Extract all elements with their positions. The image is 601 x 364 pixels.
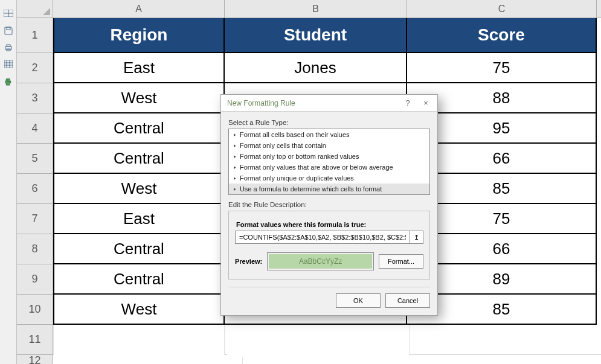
empty-cell[interactable]	[227, 325, 410, 355]
save-icon[interactable]	[4, 27, 13, 35]
row-headers: 1 2 3 4 5 6 7 8 9 10 11 12	[17, 18, 53, 364]
cancel-button[interactable]: Cancel	[385, 293, 430, 308]
formula-input[interactable]	[236, 231, 410, 243]
empty-cell[interactable]	[53, 357, 243, 364]
format-button[interactable]: Format...	[379, 254, 423, 269]
cell-region[interactable]: West	[53, 83, 225, 113]
cell-region[interactable]: Central	[53, 264, 225, 295]
column-header-b[interactable]: B	[225, 0, 407, 18]
row-header-7[interactable]: 7	[17, 204, 53, 234]
dialog-footer: OK Cancel	[228, 287, 430, 309]
select-rule-type-label: Select a Rule Type:	[228, 119, 430, 126]
rule-type-item-selected[interactable]: Use a formula to determine which cells t…	[229, 184, 429, 194]
column-header-a[interactable]: A	[53, 0, 225, 18]
table-row-empty	[53, 325, 601, 355]
cell-score[interactable]: 75	[407, 53, 597, 83]
header-student[interactable]: Student	[225, 18, 407, 53]
column-headers: A B C	[53, 0, 601, 18]
cell-region[interactable]: East	[53, 53, 225, 83]
dialog-body: Select a Rule Type: Format all cells bas…	[221, 112, 437, 315]
row-header-3[interactable]: 3	[17, 83, 53, 113]
row-header-6[interactable]: 6	[17, 174, 53, 204]
svg-rect-3	[7, 27, 10, 30]
table-header-row: Region Student Score	[53, 18, 601, 53]
dialog-titlebar[interactable]: New Formatting Rule ? ×	[221, 95, 437, 112]
print-icon[interactable]	[4, 43, 13, 52]
help-button[interactable]: ?	[399, 97, 417, 110]
rule-type-item[interactable]: Format only values that are above or bel…	[229, 162, 429, 173]
svg-rect-5	[7, 45, 10, 46]
edit-rule-description-label: Edit the Rule Description:	[228, 201, 430, 208]
row-header-1[interactable]: 1	[17, 18, 53, 53]
preview-sample: AaBbCcYyZz	[267, 252, 374, 270]
left-toolbar: ꙮ	[0, 0, 17, 364]
row-header-5[interactable]: 5	[17, 144, 53, 174]
row-header-10[interactable]: 10	[17, 295, 53, 325]
rule-type-list[interactable]: Format all cells based on their values F…	[228, 129, 430, 195]
rule-type-item[interactable]: Format only top or bottom ranked values	[229, 151, 429, 162]
select-all-corner[interactable]	[17, 0, 53, 18]
rule-type-item[interactable]: Format only unique or duplicate values	[229, 173, 429, 184]
cell-region[interactable]: Central	[53, 234, 225, 264]
cell-region[interactable]: Central	[53, 113, 225, 144]
row-header-11[interactable]: 11	[17, 325, 53, 355]
cell-region[interactable]: West	[53, 174, 225, 204]
row-header-2[interactable]: 2	[17, 53, 53, 83]
doc-grid-icon[interactable]	[4, 10, 13, 18]
binoculars-icon[interactable]: ꙮ	[4, 77, 13, 86]
ok-button[interactable]: OK	[336, 293, 381, 308]
cell-student[interactable]: Jones	[225, 53, 407, 83]
empty-cell[interactable]	[53, 325, 225, 355]
range-picker-icon[interactable]: ↥	[410, 231, 423, 243]
column-header-c[interactable]: C	[407, 0, 597, 18]
rule-type-item[interactable]: Format all cells based on their values	[229, 129, 429, 140]
dialog-title: New Formatting Rule	[227, 99, 399, 107]
row-header-9[interactable]: 9	[17, 264, 53, 295]
preview-label: Preview:	[235, 258, 262, 265]
cell-region[interactable]: West	[53, 295, 225, 325]
header-score[interactable]: Score	[407, 18, 597, 53]
cell-region[interactable]: Central	[53, 144, 225, 174]
header-region[interactable]: Region	[53, 18, 225, 53]
row-header-8[interactable]: 8	[17, 234, 53, 264]
new-formatting-rule-dialog: New Formatting Rule ? × Select a Rule Ty…	[220, 94, 438, 316]
grid-icon[interactable]	[4, 60, 13, 69]
formula-input-wrap: ↥	[235, 231, 423, 244]
rule-type-item[interactable]: Format only cells that contain	[229, 140, 429, 151]
svg-rect-7	[4, 60, 13, 68]
close-button[interactable]: ×	[417, 97, 435, 110]
cell-region[interactable]: East	[53, 204, 225, 234]
row-header-4[interactable]: 4	[17, 113, 53, 144]
column-header-blank[interactable]	[597, 0, 601, 18]
table-row: East Jones 75	[53, 53, 601, 83]
row-header-12[interactable]: 12	[17, 355, 53, 364]
formula-label: Format values where this formula is true…	[236, 221, 422, 228]
